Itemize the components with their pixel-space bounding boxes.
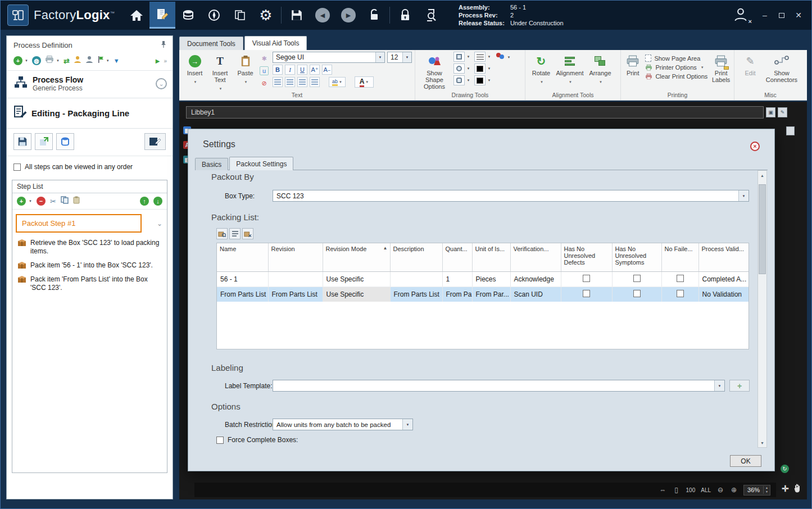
cell-name[interactable]: From Parts List xyxy=(217,287,268,302)
clear-formatting-icon[interactable]: ⊘ xyxy=(260,79,269,88)
user-logout-button[interactable]: × xyxy=(733,7,750,24)
dialog-close-button[interactable]: × xyxy=(750,142,760,151)
format-shape-button[interactable] xyxy=(495,52,505,63)
remove-item-button[interactable] xyxy=(242,228,253,239)
table-row-selected[interactable]: From Parts List From Parts List Use Spec… xyxy=(217,287,749,302)
no-symptoms-checkbox[interactable] xyxy=(633,290,641,297)
move-step-up-button[interactable]: ↑ xyxy=(140,197,149,206)
scrollbar-thumb[interactable] xyxy=(759,184,766,274)
expand-flow-icon[interactable]: ⌄ xyxy=(156,78,167,89)
process-flow-row[interactable]: Process Flow Generic Process ⌄ xyxy=(7,71,173,97)
minimize-button[interactable]: – xyxy=(757,8,772,22)
cell-name[interactable]: 56 - 1 xyxy=(217,271,268,287)
col-no-failed[interactable]: No Faile... xyxy=(661,243,698,271)
label-template-combo[interactable] xyxy=(273,380,725,392)
align-left-button[interactable] xyxy=(273,77,283,87)
jump-button[interactable]: ▼ xyxy=(114,57,120,64)
zoom-in-icon[interactable]: ⊕ xyxy=(730,486,738,494)
no-symptoms-checkbox[interactable] xyxy=(633,275,641,282)
align-justify-button[interactable] xyxy=(310,77,320,87)
documents-button[interactable] xyxy=(227,2,253,29)
arrange-button[interactable]: Arrange xyxy=(586,52,615,87)
cell-quantity[interactable]: From Pa xyxy=(442,287,472,302)
add-step-button[interactable]: + xyxy=(17,197,26,206)
no-failed-checkbox[interactable] xyxy=(677,290,684,297)
doc-action-icon[interactable]: ▣ xyxy=(766,107,775,117)
combo-arrow-icon[interactable] xyxy=(402,52,411,62)
highlight-color-button[interactable]: ab xyxy=(329,77,346,87)
style-icon[interactable]: u xyxy=(260,66,269,75)
zoom-spinner[interactable]: 36% ▲▼ xyxy=(743,485,770,496)
col-name[interactable]: Name xyxy=(217,243,268,271)
sync-button[interactable]: ⇄ xyxy=(63,57,70,65)
insert-text-button[interactable]: T Insert Text xyxy=(207,52,233,93)
save-process-button[interactable] xyxy=(13,133,31,150)
rect-shape-button[interactable] xyxy=(453,52,465,62)
cell-description[interactable]: From Parts List xyxy=(390,287,442,302)
zoom-out-icon[interactable]: ⊖ xyxy=(716,486,724,494)
col-description[interactable]: Description xyxy=(390,243,442,271)
dialog-scrollbar[interactable]: ▲ ▼ xyxy=(757,170,767,448)
force-complete-row[interactable]: Force Complete Boxes: xyxy=(216,436,298,444)
zoom-up-icon[interactable]: ▲ xyxy=(764,486,770,490)
cell-process-validation[interactable]: Completed A... xyxy=(698,271,749,287)
doc-edit-icon[interactable]: ✎ xyxy=(778,107,787,117)
design-canvas[interactable]: Libbey1 ▣ ✎ ▦ A ◧ ↻ Settings × Basics Pa… xyxy=(179,102,807,499)
line-color-button[interactable] xyxy=(474,63,486,74)
step-item[interactable]: Pack item '56 - 1' into the Box 'SCC 123… xyxy=(12,258,167,272)
align-right-button[interactable] xyxy=(297,77,307,87)
ok-button[interactable]: OK xyxy=(730,455,761,467)
paste-icon[interactable] xyxy=(73,196,80,206)
alignment-button[interactable]: Alignment xyxy=(554,52,586,87)
box-type-combo[interactable]: SCC 123 xyxy=(273,190,749,202)
cell-unit[interactable]: Pieces xyxy=(472,271,510,287)
subscript-button[interactable]: A₋ xyxy=(322,65,332,75)
pan-mode-icon[interactable]: ✛ xyxy=(782,484,789,495)
force-complete-checkbox[interactable] xyxy=(216,437,224,444)
more-icon[interactable]: » xyxy=(164,58,167,64)
edit-visual-aid-button[interactable] xyxy=(144,133,166,150)
hand-tool-icon[interactable] xyxy=(793,484,801,495)
inspection-button[interactable] xyxy=(418,2,444,29)
col-no-symptoms[interactable]: Has No Unresolved Symptoms xyxy=(612,243,661,271)
print-button-ribbon[interactable]: Print xyxy=(624,52,642,76)
chevron-down-icon[interactable] xyxy=(465,75,471,85)
underline-button[interactable]: U xyxy=(297,65,307,75)
unlock-button[interactable] xyxy=(361,2,387,29)
cell-verification[interactable]: Scan UID xyxy=(510,287,561,302)
add-process-button[interactable]: + xyxy=(13,56,22,65)
cell-process-validation[interactable]: No Validation xyxy=(698,287,749,302)
cell-revision-mode[interactable]: Use Specific xyxy=(323,287,390,302)
chevron-down-icon[interactable] xyxy=(486,63,492,74)
fit-page-icon[interactable]: ▯ xyxy=(673,486,681,494)
align-center-button[interactable] xyxy=(285,77,295,87)
zoom-down-icon[interactable]: ▼ xyxy=(764,490,770,494)
import-button[interactable] xyxy=(35,133,53,150)
font-family-combo[interactable]: Segoe UI xyxy=(273,52,385,63)
col-quantity[interactable]: Quant... xyxy=(442,243,472,271)
superscript-button[interactable]: A⁺ xyxy=(310,65,320,75)
show-connectors-button[interactable]: Show Connectors xyxy=(763,52,800,83)
remove-step-button[interactable]: − xyxy=(37,197,46,206)
no-failed-checkbox[interactable] xyxy=(677,275,684,282)
process-editor-button[interactable] xyxy=(149,2,175,29)
step-item[interactable]: Retrieve the Box 'SCC 123' to load packi… xyxy=(12,236,167,258)
combo-arrow-icon[interactable] xyxy=(714,380,724,391)
cell-verification[interactable]: Acknowledge xyxy=(510,271,561,287)
italic-button[interactable]: I xyxy=(285,65,295,75)
step-chevron-icon[interactable]: ⌄ xyxy=(157,220,162,228)
line-style-button[interactable] xyxy=(474,52,486,62)
tab-visual-aid-tools[interactable]: Visual Aid Tools xyxy=(244,36,307,50)
move-step-down-button[interactable]: ↓ xyxy=(153,197,162,206)
table-row[interactable]: 56 - 1 Use Specific 1 Pieces Acknowledge… xyxy=(217,271,749,287)
cell-revision[interactable]: From Parts List xyxy=(268,287,323,302)
col-revision[interactable]: Revision xyxy=(268,243,323,271)
flag-button[interactable] xyxy=(97,56,104,66)
user-star-button[interactable] xyxy=(74,56,81,66)
rounded-rect-shape-button[interactable] xyxy=(453,75,465,85)
user-button[interactable] xyxy=(85,56,93,66)
col-unit[interactable]: Unit of Is... xyxy=(472,243,510,271)
maximize-button[interactable] xyxy=(774,8,789,22)
fill-color-button[interactable] xyxy=(474,75,486,85)
print-button[interactable] xyxy=(45,56,54,66)
